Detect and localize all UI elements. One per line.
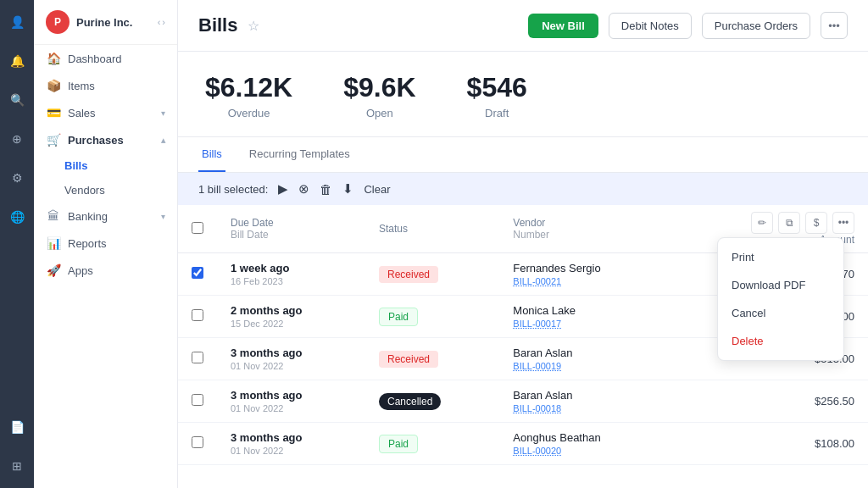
row-checkbox-cell: [178, 296, 217, 338]
purchase-orders-button[interactable]: Purchase Orders: [702, 13, 810, 39]
table-row: 3 months ago 01 Nov 2022 Cancelled Baran…: [178, 380, 868, 423]
document-icon[interactable]: 📄: [5, 415, 29, 439]
row-checkbox[interactable]: [192, 309, 203, 321]
copy-icon[interactable]: ⧉: [778, 212, 800, 234]
debit-notes-button[interactable]: Debit Notes: [609, 13, 692, 39]
tab-bills[interactable]: Bills: [198, 137, 225, 172]
summary-open: $9.6K Open: [343, 72, 415, 119]
sidebar-label-purchases: Purchases: [68, 134, 124, 147]
sidebar-sub-bills[interactable]: Bills: [34, 153, 177, 178]
sidebar-item-apps[interactable]: 🚀 Apps: [34, 257, 177, 284]
row-checkbox[interactable]: [192, 436, 203, 448]
sales-chevron: ▾: [161, 108, 165, 118]
row-due-date: 3 months ago 01 Nov 2022: [217, 338, 365, 380]
purchases-chevron: ▴: [161, 136, 165, 145]
dropdown-menu: PrintDownload PDFCancelDelete: [717, 237, 844, 361]
sidebar-nav-arrows[interactable]: ‹ ›: [158, 17, 165, 27]
next-arrow[interactable]: ›: [162, 17, 165, 27]
sidebar-item-items[interactable]: 📦 Items: [34, 72, 177, 99]
items-icon: 📦: [46, 79, 61, 92]
open-label: Open: [343, 107, 415, 119]
company-name: Purine Inc.: [76, 16, 151, 29]
banking-chevron: ▾: [161, 212, 165, 221]
row-checkbox[interactable]: [192, 267, 203, 279]
row-checkbox[interactable]: [192, 394, 203, 406]
row-status: Received: [365, 338, 499, 380]
reports-icon: 📊: [46, 236, 61, 250]
row-checkbox-cell: [178, 338, 217, 380]
nav-sidebar: P Purine Inc. ‹ › 🏠 Dashboard 📦 Items 💳 …: [34, 0, 178, 488]
row-checkbox[interactable]: [192, 352, 203, 363]
star-icon[interactable]: ☆: [248, 18, 259, 34]
row-vendor: Baran Aslan BILL-00018: [499, 380, 671, 423]
row-status: Paid: [365, 296, 499, 338]
block-icon[interactable]: ⊗: [298, 181, 309, 197]
tab-recurring[interactable]: Recurring Templates: [246, 137, 353, 172]
top-bar: Bills ☆ New Bill Debit Notes Purchase Or…: [178, 0, 868, 52]
row-status: Received: [365, 253, 499, 296]
open-amount: $9.6K: [343, 72, 415, 103]
clear-button[interactable]: Clear: [364, 183, 390, 196]
more-options-button[interactable]: •••: [821, 12, 848, 39]
menu-delete[interactable]: Delete: [718, 327, 843, 355]
select-all-checkbox[interactable]: [192, 222, 203, 234]
sidebar-item-sales[interactable]: 💳 Sales ▾: [34, 99, 177, 126]
row-vendor: Monica Lake BILL-00017: [499, 296, 671, 338]
prev-arrow[interactable]: ‹: [158, 17, 161, 27]
summary-cards: $6.12K Overdue $9.6K Open $546 Draft: [178, 52, 868, 137]
col-status: Status: [365, 205, 499, 253]
sidebar-header: P Purine Inc. ‹ ›: [34, 0, 177, 45]
col-due-date: Due DateBill Date: [217, 205, 365, 253]
menu-print[interactable]: Print: [718, 243, 843, 271]
summary-draft: $546 Draft: [467, 72, 527, 119]
toolbar: 1 bill selected: ▶ ⊗ 🗑 ⬇ Clear: [178, 173, 868, 205]
row-vendor: Baran Aslan BILL-00019: [499, 338, 671, 380]
download-icon[interactable]: ⬇: [342, 181, 353, 197]
row-due-date: 3 months ago 01 Nov 2022: [217, 380, 365, 423]
edit-icon[interactable]: ✏: [751, 212, 773, 234]
trash-icon[interactable]: 🗑: [320, 182, 332, 197]
row-due-date: 1 week ago 16 Feb 2023: [217, 253, 365, 296]
row-status: Paid: [365, 423, 499, 465]
send-icon[interactable]: ▶: [278, 181, 288, 197]
page-title: Bills: [198, 14, 237, 36]
sidebar-label-reports: Reports: [68, 237, 107, 250]
draft-amount: $546: [467, 72, 527, 103]
purchases-icon: 🛒: [46, 133, 61, 147]
sidebar-item-reports[interactable]: 📊 Reports: [34, 230, 177, 257]
sidebar-item-banking[interactable]: 🏛 Banking ▾: [34, 202, 177, 230]
tabs: Bills Recurring Templates: [178, 137, 868, 173]
globe-icon[interactable]: 🌐: [5, 205, 29, 229]
dollar-icon[interactable]: $: [805, 212, 827, 234]
bell-icon[interactable]: 🔔: [5, 49, 29, 73]
menu-download-pdf[interactable]: Download PDF: [718, 271, 843, 299]
row-checkbox-cell: [178, 253, 217, 296]
banking-icon: 🏛: [46, 209, 61, 223]
plus-circle-icon[interactable]: ⊕: [5, 127, 29, 151]
row-due-date: 3 months ago 01 Nov 2022: [217, 423, 365, 465]
search-icon[interactable]: 🔍: [5, 88, 29, 112]
menu-cancel[interactable]: Cancel: [718, 299, 843, 327]
summary-overdue: $6.12K Overdue: [205, 72, 292, 119]
row-amount: $256.50: [672, 380, 868, 423]
row-due-date: 2 months ago 15 Dec 2022: [217, 296, 365, 338]
new-bill-button[interactable]: New Bill: [528, 14, 598, 38]
gear-icon[interactable]: ⚙: [5, 166, 29, 190]
row-vendor: Fernandes Sergio BILL-00021: [499, 253, 671, 296]
sidebar-item-dashboard[interactable]: 🏠 Dashboard: [34, 45, 177, 72]
sidebar-label-banking: Banking: [68, 210, 108, 223]
selected-count-text: 1 bill selected:: [198, 183, 268, 196]
sales-icon: 💳: [46, 106, 61, 119]
company-logo: P: [46, 10, 70, 34]
row-more-icon[interactable]: •••: [832, 212, 854, 234]
user-icon[interactable]: 👤: [5, 10, 29, 34]
sidebar-sub-vendors[interactable]: Vendors: [34, 178, 177, 202]
draft-label: Draft: [467, 107, 527, 119]
sidebar-label-dashboard: Dashboard: [68, 53, 122, 65]
sidebar-label-items: Items: [68, 80, 95, 92]
sidebar-label-apps: Apps: [68, 264, 93, 277]
col-checkbox: [178, 205, 217, 253]
grid-icon[interactable]: ⊞: [5, 454, 29, 478]
table-row: 3 months ago 01 Nov 2022 Paid Aonghus Be…: [178, 423, 868, 465]
sidebar-item-purchases[interactable]: 🛒 Purchases ▴: [34, 126, 177, 153]
